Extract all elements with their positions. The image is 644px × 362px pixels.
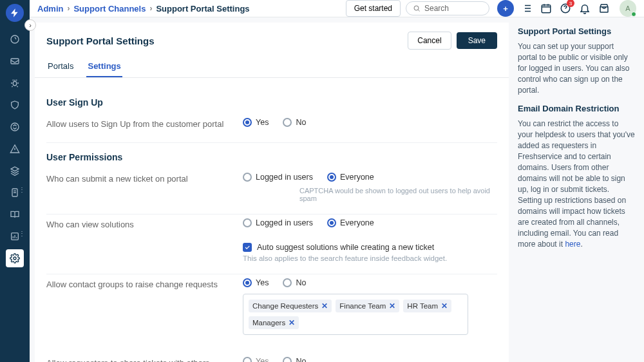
help-icon[interactable]: 3 [559,2,572,15]
warning-icon[interactable] [6,140,24,158]
breadcrumb-admin[interactable]: Admin [37,4,63,14]
svg-point-3 [11,123,19,131]
chevron-icon: › [67,4,70,13]
tab-settings[interactable]: Settings [86,56,122,77]
autosuggest-subnote: This also applies to the search feature … [243,254,497,262]
vertical-nav: › ⋮ ⋮ [0,0,30,362]
section-permissions: User Permissions [46,152,497,162]
solutions-logged-radio[interactable]: Logged in users [243,218,313,227]
help-badge: 3 [567,0,574,7]
contactgroups-label: Allow contact groups to raise change req… [46,278,243,291]
remove-chip-icon[interactable]: ✕ [321,301,328,310]
app-logo[interactable] [6,4,24,22]
calendar-icon[interactable] [540,2,553,15]
signup-label: Allow users to Sign Up from the customer… [46,118,243,131]
new-button[interactable]: + [497,0,514,17]
submit-logged-radio[interactable]: Logged in users [243,173,313,182]
contact-groups-chips[interactable]: Change Requesters✕ Finance Team✕ HR Team… [243,294,468,335]
help-link[interactable]: here [565,240,580,249]
signup-yes-radio[interactable]: Yes [243,118,269,127]
topbar: Admin › Support Channels › Support Porta… [30,0,644,17]
presence-dot [631,12,636,17]
avatar[interactable]: A [620,0,636,17]
settings-panel: Support Portal Settings Cancel Save Port… [35,23,509,362]
autosuggest-checkbox[interactable] [243,243,252,252]
captcha-note: CAPTCHA would be shown to logged out use… [299,187,497,202]
chip[interactable]: Change Requesters✕ [249,300,332,312]
settings-icon[interactable] [6,249,24,267]
chip[interactable]: Managers✕ [249,316,299,329]
submit-label: Who can submit a new ticket on portal [46,173,243,186]
tickets-icon[interactable] [6,52,24,70]
svg-point-6 [14,257,16,260]
remove-chip-icon[interactable]: ✕ [389,301,395,310]
todo-icon[interactable] [520,2,533,15]
solutions-label: Who can view solutions [46,218,243,231]
chip[interactable]: HR Team✕ [403,300,451,312]
dashboard-icon[interactable] [6,30,24,48]
submit-everyone-radio[interactable]: Everyone [327,173,374,182]
page-title: Support Portal Settings [46,35,155,46]
help-pane: Support Portal Settings You can set up y… [509,17,644,362]
breadcrumb: Admin › Support Channels › Support Porta… [37,4,250,14]
sharetickets-label: Allow requesters to share tickets with o… [46,357,243,362]
autosuggest-label: Auto suggest solutions while creating a … [257,243,434,252]
help-title: Support Portal Settings [518,26,635,36]
sharetickets-yes-radio[interactable]: Yes [243,357,269,362]
signup-no-radio[interactable]: No [283,118,306,127]
expand-nav-button[interactable]: › [24,19,36,31]
svg-point-0 [11,35,19,43]
search-icon [413,5,421,12]
layers-icon[interactable] [6,162,24,180]
remove-chip-icon[interactable]: ✕ [441,301,448,310]
get-started-button[interactable]: Get started [346,0,401,17]
bell-icon[interactable] [578,2,591,15]
bug-icon[interactable] [6,74,24,92]
book-icon[interactable] [6,205,24,224]
remove-chip-icon[interactable]: ✕ [289,318,295,327]
help-subtitle: Email Domain Restriction [518,104,635,113]
tab-portals[interactable]: Portals [46,56,75,77]
svg-point-7 [414,6,419,10]
cancel-button[interactable]: Cancel [408,32,451,50]
reports-icon[interactable]: ⋮ [6,227,24,245]
section-signup: User Sign Up [46,97,497,108]
contactgroups-no-radio[interactable]: No [283,278,306,287]
save-button[interactable]: Save [457,32,497,49]
search-input[interactable]: Search [406,1,489,15]
help-paragraph: You can set up your support portal to be… [518,41,635,96]
svg-rect-8 [542,5,551,13]
svg-rect-2 [13,81,16,86]
contactgroups-yes-radio[interactable]: Yes [243,278,269,287]
contract-icon[interactable]: ⋮ [6,184,24,202]
shield-icon[interactable] [6,96,24,114]
breadcrumb-channels[interactable]: Support Channels [73,4,146,14]
sharetickets-no-radio[interactable]: No [283,357,306,362]
marketplace-icon[interactable] [598,2,611,15]
exchange-icon[interactable] [6,118,24,136]
breadcrumb-current: Support Portal Settings [156,4,249,14]
help-paragraph: You can restrict the access to your help… [518,119,635,250]
chevron-icon: › [149,4,152,13]
chip[interactable]: Finance Team✕ [336,300,399,312]
solutions-everyone-radio[interactable]: Everyone [327,218,374,227]
